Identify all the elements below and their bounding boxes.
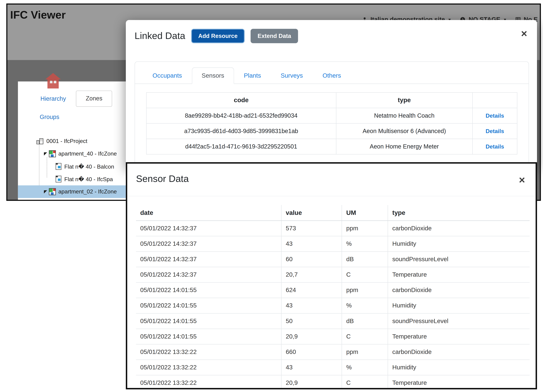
reading-value: 20,9 [281, 329, 342, 344]
tab-zones[interactable]: Zones [76, 90, 112, 107]
table-row: d44f2ac5-1a1d-471c-9619-3d2295220501 Aeo… [146, 139, 517, 154]
groups-link[interactable]: Groups [40, 114, 59, 121]
sensor-type: Aeon Multisensor 6 (Advanced) [336, 123, 473, 139]
sensor-data-table: date value UM type 05/01/2022 14:32:37 5… [136, 205, 530, 389]
table-header-row: date value UM type [136, 205, 530, 221]
tab-hierarchy[interactable]: Hierarchy [40, 95, 66, 103]
reading-type: Humidity [388, 298, 530, 313]
resource-tab[interactable]: Sensors [192, 67, 234, 84]
details-link[interactable]: Details [486, 128, 504, 134]
tree-item-label: Flat n� 40 - IfcSpa [64, 176, 113, 182]
reading-value: 573 [281, 221, 342, 236]
reading-date: 05/01/2022 14:01:55 [136, 313, 281, 329]
tree-item-zone[interactable]: apartment_40 - IfcZone [18, 148, 128, 160]
value-column-header: value [281, 205, 342, 221]
table-row: 05/01/2022 13:32:22 660 ppm carbonDioxid… [136, 344, 530, 360]
figure-page: IFC Viewer Italian demonstration site ▾ … [0, 0, 543, 392]
ifc-tree: 0001 - IfcProject apartment_40 - IfcZone [18, 135, 128, 198]
details-link[interactable]: Details [486, 144, 504, 149]
expander-icon[interactable] [44, 190, 47, 193]
reading-um: % [342, 236, 388, 252]
reading-um: C [342, 329, 388, 344]
reading-um: ppm [342, 344, 388, 360]
reading-date: 05/01/2022 14:32:37 [136, 236, 281, 252]
table-row: 05/01/2022 14:01:55 624 ppm carbonDioxid… [136, 282, 530, 298]
reading-date: 05/01/2022 14:01:55 [136, 282, 281, 298]
project-icon [36, 138, 44, 145]
code-column-header: code [146, 93, 336, 108]
reading-value: 43 [281, 298, 342, 313]
reading-date: 05/01/2022 14:01:55 [136, 298, 281, 313]
reading-type: Temperature [388, 267, 530, 282]
table-row: 05/01/2022 14:01:55 43 % Humidity [136, 298, 530, 313]
tree-item-label: apartment_02 - IfcZone [58, 188, 117, 195]
hierarchy-panel: Hierarchy Zones Groups 0001 - IfcProject [18, 82, 128, 201]
reading-type: carbonDioxide [388, 221, 530, 236]
tree-item-zone-selected[interactable]: apartment_02 - IfcZone [18, 185, 128, 198]
um-column-header: UM [342, 205, 388, 221]
reading-value: 60 [281, 252, 342, 267]
tree-item-label: apartment_40 - IfcZone [58, 151, 117, 157]
details-cell: Details [473, 123, 517, 139]
reading-value: 660 [281, 344, 342, 360]
space-icon [55, 176, 62, 183]
table-row: 05/01/2022 14:32:37 20,7 C Temperature [136, 267, 530, 282]
reading-type: soundPressureLevel [388, 313, 530, 329]
reading-um: C [342, 267, 388, 282]
reading-date: 05/01/2022 13:32:22 [136, 360, 281, 375]
house-icon [45, 72, 62, 90]
close-icon[interactable]: × [519, 175, 525, 185]
expander-icon[interactable] [44, 152, 47, 155]
table-row: 05/01/2022 14:01:55 50 dB soundPressureL… [136, 313, 530, 329]
sensor-type: Aeon Home Energy Meter [336, 139, 473, 154]
date-column-header: date [136, 205, 281, 221]
close-icon[interactable]: × [521, 28, 527, 39]
table-row: 8ae99289-bb42-418b-ad21-6532fed99034 Net… [146, 108, 517, 123]
table-row: a73c9935-d61d-4d03-9d85-3999831be1ab Aeo… [146, 123, 517, 139]
zone-icon [49, 188, 56, 195]
tree-item-project[interactable]: 0001 - IfcProject [18, 135, 128, 148]
reading-value: 43 [281, 360, 342, 375]
table-row: 05/01/2022 14:01:55 20,9 C Temperature [136, 329, 530, 344]
reading-type: soundPressureLevel [388, 252, 530, 267]
table-row: 05/01/2022 14:32:37 43 % Humidity [136, 236, 530, 252]
reading-um: C [342, 375, 388, 389]
modal-title: Sensor Data [136, 173, 189, 184]
reading-value: 624 [281, 282, 342, 298]
resource-tab[interactable]: Occupants [143, 67, 192, 84]
linked-data-table: code type 8ae99289-bb42-418b-ad21-6532fe… [146, 92, 517, 155]
reading-value: 50 [281, 313, 342, 329]
resource-tab[interactable]: Others [313, 67, 351, 84]
table-row: 05/01/2022 14:32:37 60 dB soundPressureL… [136, 252, 530, 267]
tree-item-space[interactable]: Flat n� 40 - IfcSpa [18, 173, 128, 185]
linked-data-card: Occupants Sensors Plants Surveys Others … [135, 61, 529, 167]
table-header-row: code type [146, 93, 517, 108]
reading-um: % [342, 360, 388, 375]
details-cell: Details [473, 108, 517, 123]
reading-um: ppm [342, 282, 388, 298]
reading-value: 43 [281, 236, 342, 252]
resource-tab[interactable]: Plants [234, 67, 271, 84]
reading-type: Humidity [388, 360, 530, 375]
type-column-header: type [336, 93, 473, 108]
reading-date: 05/01/2022 14:32:37 [136, 267, 281, 282]
sensor-data-header: Sensor Data × [127, 164, 536, 196]
reading-type: carbonDioxide [388, 282, 530, 298]
reading-type: Temperature [388, 329, 530, 344]
sensor-code: d44f2ac5-1a1d-471c-9619-3d2295220501 [146, 139, 336, 154]
resource-tabs: Occupants Sensors Plants Surveys Others [135, 62, 529, 84]
add-resource-button[interactable]: Add Resource [191, 29, 245, 43]
reading-date: 05/01/2022 14:32:37 [136, 221, 281, 236]
tree-item-space[interactable]: Flat n� 40 - Balcon [18, 160, 128, 173]
linked-data-modal: Linked Data Add Resource Extend Data × O… [126, 20, 537, 167]
modal-title: Linked Data [135, 31, 185, 42]
details-link[interactable]: Details [486, 113, 504, 119]
reading-um: dB [342, 313, 388, 329]
sensor-code: 8ae99289-bb42-418b-ad21-6532fed99034 [146, 108, 336, 123]
reading-value: 20,9 [281, 375, 342, 389]
extend-data-button[interactable]: Extend Data [250, 29, 298, 43]
type-column-header: type [388, 205, 530, 221]
resource-tab[interactable]: Surveys [271, 67, 313, 84]
sensor-type: Netatmo Health Coach [336, 108, 473, 123]
table-row: 05/01/2022 13:32:22 43 % Humidity [136, 360, 530, 375]
